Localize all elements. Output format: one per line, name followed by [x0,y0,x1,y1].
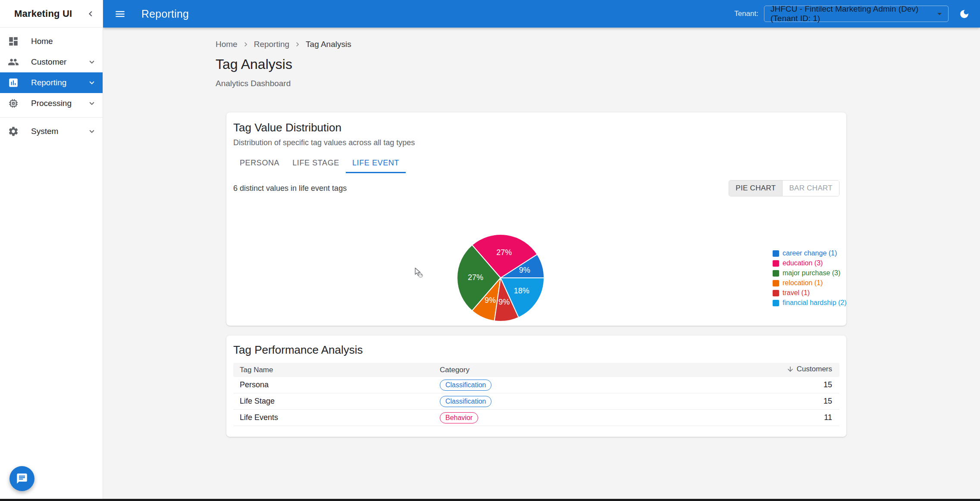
cell-customers: 15 [700,393,839,410]
cell-category: Classification [433,393,700,410]
legend-item: education (3) [773,260,847,267]
chevron-right-icon [241,40,250,49]
tenant-select-value: JHFCU - Fintilect Marketing Admin (Dev) … [770,4,934,23]
legend-label: education (3) [783,260,823,267]
page-title: Tag Analysis [216,56,857,72]
brand-name: Marketing UI [14,8,85,19]
sidebar-item-label: Reporting [31,78,66,87]
sidebar-item-customer[interactable]: Customer [0,52,103,72]
tab-life-stage[interactable]: LIFE STAGE [286,152,346,173]
table-row: Life Events Behavior 11 [233,410,839,426]
chat-icon [16,473,28,485]
chart-legend: career change (1) education (3) major pu… [773,250,847,306]
bar-chart-toggle-button[interactable]: BAR CHART [782,180,839,196]
table-header-row: Tag Name Category Customers [233,363,839,377]
chevron-down-icon [87,57,97,67]
system-icon [8,126,19,137]
card-subtitle: Distribution of specific tag values acro… [233,138,839,147]
tenant-select[interactable]: JHFCU - Fintilect Marketing Admin (Dev) … [764,6,949,22]
tab-life-event[interactable]: LIFE EVENT [346,152,406,173]
sidebar-item-reporting[interactable]: Reporting [0,72,103,93]
chart-area: 9%27%27%9%9%18% career change (1) educat… [233,197,839,325]
legend-item: major purchase (3) [773,270,847,277]
sidebar-item-label: Home [31,37,53,46]
legend-label: relocation (1) [783,280,823,286]
legend-swatch [773,280,779,286]
appbar-title: Reporting [141,8,189,20]
menu-icon [114,8,126,20]
sidebar-nav: Home Customer Reporting Processing [0,28,103,142]
sidebar-divider [0,117,103,118]
breadcrumb-home[interactable]: Home [216,40,238,49]
category-chip: Behavior [440,412,478,423]
legend-swatch [773,270,779,277]
sidebar-item-processing[interactable]: Processing [0,93,103,114]
column-header-label: Customers [797,365,832,373]
processing-icon [8,98,19,109]
sort-descending-icon [786,365,794,373]
cell-category: Classification [433,377,700,393]
cell-customers: 11 [700,410,839,426]
tag-value-distribution-card: Tag Value Distribution Distribution of s… [226,112,846,326]
chevron-down-icon [87,99,97,108]
reporting-icon [8,77,19,88]
sidebar-item-label: Customer [31,57,66,67]
sidebar: Marketing UI Home Customer [0,0,103,501]
chevron-down-icon [87,127,97,136]
pie-slice-label: 9% [498,298,510,306]
cell-tag-name: Life Stage [233,393,433,410]
pie-slice-label: 27% [496,248,512,257]
menu-button[interactable] [114,8,126,20]
distinct-values-summary: 6 distinct values in life event tags [233,184,347,193]
sidebar-item-label: System [31,127,58,136]
legend-item: travel (1) [773,289,847,296]
bottom-taskbar-edge [0,499,980,501]
breadcrumb-current: Tag Analysis [306,40,351,49]
cell-tag-name: Persona [233,377,433,393]
appbar: Reporting Tenant: JHFCU - Fintilect Mark… [103,0,980,28]
tab-persona[interactable]: PERSONA [233,152,286,173]
tag-performance-table: Tag Name Category Customers [233,363,839,426]
pie-slice-label: 27% [468,273,483,282]
breadcrumb-reporting[interactable]: Reporting [254,40,289,49]
column-header-tag-name[interactable]: Tag Name [233,363,433,377]
tag-performance-analysis-card: Tag Performance Analysis Tag Name Catego… [226,336,846,437]
column-header-category[interactable]: Category [433,363,700,377]
card-title: Tag Value Distribution [233,121,839,134]
pie-slice-label: 9% [485,296,496,305]
dark-mode-toggle[interactable] [959,9,970,19]
page-subtitle: Analytics Dashboard [216,79,857,88]
cell-category: Behavior [433,410,700,426]
customer-icon [8,56,19,68]
main-content: Home Reporting Tag Analysis Tag Analysis… [103,28,980,501]
legend-swatch [773,300,779,306]
pie-slice-label: 18% [514,286,529,295]
legend-label: major purchase (3) [783,270,840,277]
sidebar-item-label: Processing [31,99,72,108]
legend-swatch [773,290,779,296]
sidebar-item-home[interactable]: Home [0,31,103,52]
moon-icon [959,9,970,19]
legend-swatch [773,260,779,267]
cell-tag-name: Life Events [233,410,433,426]
cell-customers: 15 [700,377,839,393]
legend-label: travel (1) [783,289,810,296]
card-title: Tag Performance Analysis [233,343,839,356]
table-row: Persona Classification 15 [233,377,839,393]
breadcrumb: Home Reporting Tag Analysis [216,40,857,49]
tenant-label: Tenant: [734,9,758,18]
legend-item: career change (1) [773,250,847,257]
pie-chart: 9%27%27%9%9%18% [455,233,546,323]
pie-chart-toggle-button[interactable]: PIE CHART [729,180,782,196]
chart-type-toggle: PIE CHART BAR CHART [729,180,839,196]
chat-fab-button[interactable] [9,466,34,491]
sidebar-collapse-button[interactable] [85,9,96,19]
sidebar-item-system[interactable]: System [0,121,103,142]
chevron-down-icon [87,78,97,87]
legend-item: financial hardship (2) [773,299,847,306]
legend-swatch [773,250,779,257]
tag-type-tabs: PERSONA LIFE STAGE LIFE EVENT [233,152,839,173]
category-chip: Classification [440,380,492,391]
column-header-customers[interactable]: Customers [700,363,839,377]
pie-slice-label: 9% [519,266,530,274]
